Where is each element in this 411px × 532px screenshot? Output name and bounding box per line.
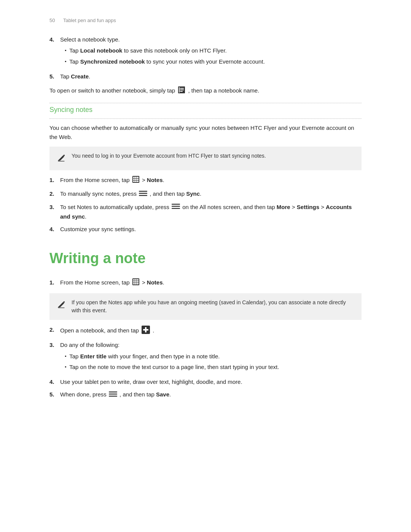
write-step-5: 5. When done, press , and then tap Save. [49, 390, 362, 399]
write-step-4-content: Use your tablet pen to write, draw over … [60, 377, 362, 386]
sync-step-4-content: Customize your sync settings. [60, 225, 362, 233]
svg-rect-20 [172, 206, 180, 207]
svg-rect-15 [137, 181, 139, 182]
bullet-synchronized-text: Tap Synchronized notebook to sync your n… [69, 57, 265, 66]
step-4-content: Select a notebook type. Tap Local notebo… [60, 35, 362, 68]
sync-step-1-text-2: > Notes. [142, 177, 164, 183]
sync-step-2-content: To manually sync notes, press , and then… [60, 189, 362, 199]
write-step-5-text-2: , and then tap Save. [119, 391, 171, 398]
svg-rect-13 [133, 181, 135, 182]
sync-step-3-text: To set Notes to automatically update, pr… [60, 204, 171, 210]
write-step-3-text: Do any of the following: [60, 342, 119, 348]
switch-notebook-para: To open or switch to another notebook, s… [49, 86, 362, 96]
sync-step-1: 1. From the Home screen, tap [49, 176, 362, 185]
write-bullet-1-text: Tap Enter title with your finger, and th… [69, 352, 220, 361]
intro-step-4: 4. Select a notebook type. Tap Local not… [49, 35, 362, 68]
write-bullet-1: Tap Enter title with your finger, and th… [60, 352, 362, 361]
syncing-note-text: You need to log in to your Evernote acco… [72, 152, 266, 160]
step-5-text: Tap Create. [60, 73, 90, 80]
svg-rect-8 [135, 177, 137, 178]
bullet-synchronized: Tap Synchronized notebook to sync your n… [60, 57, 362, 66]
writing-steps: 1. From the Home screen, tap [49, 278, 362, 288]
writing-note-text: If you open the Notes app while you have… [72, 299, 355, 315]
write-step-2-suffix: . [153, 327, 154, 334]
page: 50 Tablet pen and fun apps 4. Select a n… [0, 0, 411, 532]
write-step-5-content: When done, press , and then tap Save. [60, 390, 362, 399]
writing-steps-continued: 2. Open a notebook, and then tap . 3. Do… [49, 325, 362, 399]
sync-step-4-text: Customize your sync settings. [60, 226, 136, 232]
svg-rect-16 [139, 191, 147, 192]
bullet-local: Tap Local notebook to save this notebook… [60, 46, 362, 55]
menu-icon-2 [172, 203, 180, 212]
write-step-2-text: Open a notebook, and then tap [60, 327, 139, 334]
write-step-5-text: When done, press [60, 391, 108, 398]
write-step-3: 3. Do any of the following: Tap Enter ti… [49, 340, 362, 374]
section-divider-1 [49, 103, 362, 103]
svg-rect-31 [137, 283, 139, 284]
write-step-1-text: From the Home screen, tap [60, 279, 131, 286]
sync-step-1-content: From the Home screen, tap [60, 176, 362, 185]
svg-rect-26 [133, 281, 135, 283]
step-number-4: 4. [49, 35, 60, 68]
switch-text-2: , then tap a notebook name. [188, 87, 260, 94]
grid-icon-1 [132, 176, 140, 185]
svg-rect-27 [135, 281, 137, 283]
write-step-1-num: 1. [49, 278, 60, 288]
section-divider-2 [49, 118, 362, 119]
svg-rect-38 [109, 396, 117, 397]
svg-rect-19 [172, 204, 180, 205]
write-step-4-text: Use your tablet pen to write, draw over … [60, 379, 242, 385]
svg-rect-11 [135, 179, 137, 180]
svg-rect-21 [172, 208, 180, 209]
note-pencil-icon-1 [56, 153, 66, 165]
page-number: 50 [49, 18, 55, 23]
sync-step-4-num: 4. [49, 225, 60, 233]
svg-rect-29 [133, 283, 135, 284]
svg-rect-14 [135, 181, 137, 182]
step-number-5: 5. [49, 72, 60, 81]
write-step-5-num: 5. [49, 390, 60, 399]
svg-rect-1 [179, 87, 180, 93]
svg-rect-36 [109, 391, 117, 393]
sync-step-2-text-2: , and then tap Sync. [150, 190, 201, 197]
write-bullet-2-text: Tap on the note to move the text cursor … [69, 363, 279, 371]
svg-rect-23 [133, 279, 135, 281]
writing-note-title: Writing a note [49, 247, 362, 270]
syncing-notes-description: You can choose whether to automatically … [49, 123, 362, 141]
notebook-type-bullets: Tap Local notebook to save this notebook… [60, 46, 362, 66]
svg-rect-30 [135, 283, 137, 284]
write-step-2: 2. Open a notebook, and then tap . [49, 325, 362, 337]
svg-rect-12 [137, 179, 139, 180]
menu-icon-3 [109, 391, 117, 399]
sync-step-2-num: 2. [49, 189, 60, 199]
write-step-1-text-2: > Notes. [142, 279, 164, 286]
write-step-2-num: 2. [49, 325, 60, 337]
sync-step-2-text: To manually sync notes, press [60, 190, 138, 197]
svg-rect-4 [180, 91, 183, 92]
page-header: 50 Tablet pen and fun apps [49, 17, 362, 24]
write-step-2-content: Open a notebook, and then tap . [60, 325, 362, 337]
bullet-local-text: Tap Local notebook to save this notebook… [69, 46, 227, 55]
notebook-icon [177, 86, 186, 96]
sync-step-3: 3. To set Notes to automatically update,… [49, 203, 362, 221]
menu-icon-1 [139, 190, 147, 199]
svg-rect-28 [137, 281, 139, 283]
sync-step-4: 4. Customize your sync settings. [49, 225, 362, 233]
write-step-1-content: From the Home screen, tap [60, 278, 362, 288]
syncing-notes-title: Syncing notes [49, 105, 362, 115]
write-step-3-bullets: Tap Enter title with your finger, and th… [60, 352, 362, 372]
sync-step-3-content: To set Notes to automatically update, pr… [60, 203, 362, 221]
write-step-3-num: 3. [49, 340, 60, 374]
svg-rect-3 [180, 89, 184, 90]
note-pencil-icon-2 [56, 299, 66, 312]
write-step-4-num: 4. [49, 377, 60, 386]
sync-step-1-text: From the Home screen, tap [60, 177, 131, 183]
svg-rect-18 [139, 195, 147, 196]
svg-rect-17 [139, 193, 147, 194]
syncing-note-box: You need to log in to your Evernote acco… [49, 147, 362, 170]
step-5-content: Tap Create. [60, 72, 362, 81]
write-step-1: 1. From the Home screen, tap [49, 278, 362, 288]
write-bullet-2: Tap on the note to move the text cursor … [60, 363, 362, 371]
svg-rect-10 [133, 179, 135, 180]
write-step-4: 4. Use your tablet pen to write, draw ov… [49, 377, 362, 386]
